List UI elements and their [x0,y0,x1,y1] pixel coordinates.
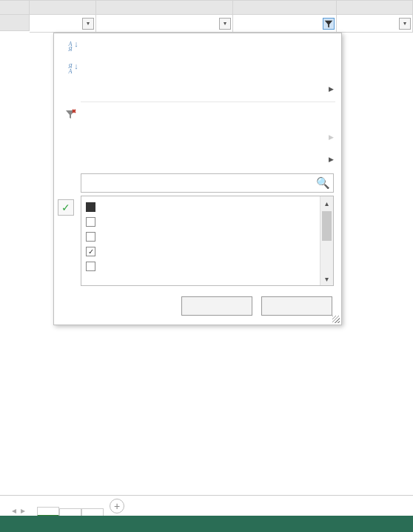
filter-search-input[interactable] [84,177,316,189]
filter-dropdown-predmet[interactable] [323,18,335,30]
check-select-all[interactable] [86,199,320,214]
clear-filter-icon [61,108,79,122]
filter-dropdown-familia[interactable]: ▾ [219,18,231,30]
scroll-down-icon[interactable]: ▾ [320,272,333,285]
search-icon: 🔍 [316,176,330,190]
header-predmet [233,15,337,33]
cancel-button[interactable] [261,296,332,316]
sheet-nav[interactable]: ◂▸ [0,505,37,516]
sort-za[interactable]: ЯА↓ [54,56,341,78]
sort-az-icon: АЯ↓ [61,38,79,52]
sort-by-color[interactable] [54,78,341,100]
filter-dropdown-okrug[interactable]: ▾ [82,18,94,30]
check-biologia[interactable] [86,214,320,229]
filter-dropdown-ball[interactable]: ▾ [399,18,411,30]
status-bar [0,516,413,532]
text-filters[interactable] [54,148,341,170]
check-informatika[interactable] [86,229,320,244]
filter-menu: АЯ↓ ЯА↓ 🔍 ✓ [53,33,342,325]
header-ball: ▾ [337,15,413,33]
add-sheet-button[interactable]: + [110,499,124,513]
ok-button[interactable] [181,296,252,316]
check-obshestvoznanie[interactable] [86,244,320,259]
checkbox-mixed-icon [86,202,95,212]
checkbox-empty-icon [86,262,95,271]
select-all-corner[interactable] [0,0,30,15]
check-fizika[interactable] [86,259,320,273]
checkbox-checked-icon [86,247,95,256]
filter-list-scrollbar[interactable]: ▴ ▾ [320,196,333,285]
apply-check-icon[interactable]: ✓ [58,199,74,216]
checkbox-empty-icon [86,232,95,242]
filter-by-color [54,126,341,148]
filter-search[interactable]: 🔍 [81,173,334,193]
nav-prev-icon[interactable]: ◂ [12,505,16,516]
resize-grip-icon[interactable] [332,316,340,323]
col-D[interactable] [337,0,413,15]
filter-values-list: ✓ ▴ ▾ [81,196,334,286]
header-okrug: ▾ [30,15,96,33]
scroll-up-icon[interactable]: ▴ [320,196,333,210]
nav-next-icon[interactable]: ▸ [21,505,25,516]
col-C[interactable] [233,0,337,15]
clear-filter[interactable] [54,104,341,126]
scroll-thumb[interactable] [322,211,332,241]
funnel-icon [323,18,334,30]
checkbox-empty-icon [86,217,95,227]
row-1-head[interactable] [0,15,30,31]
sheet-tabs: ◂▸ + [0,495,413,516]
col-B[interactable] [96,0,233,15]
col-A[interactable] [30,0,96,15]
header-familia: ▾ [96,15,233,33]
sort-az[interactable]: АЯ↓ [54,33,341,56]
sort-za-icon: ЯА↓ [61,60,79,74]
menu-separator [81,102,335,102]
